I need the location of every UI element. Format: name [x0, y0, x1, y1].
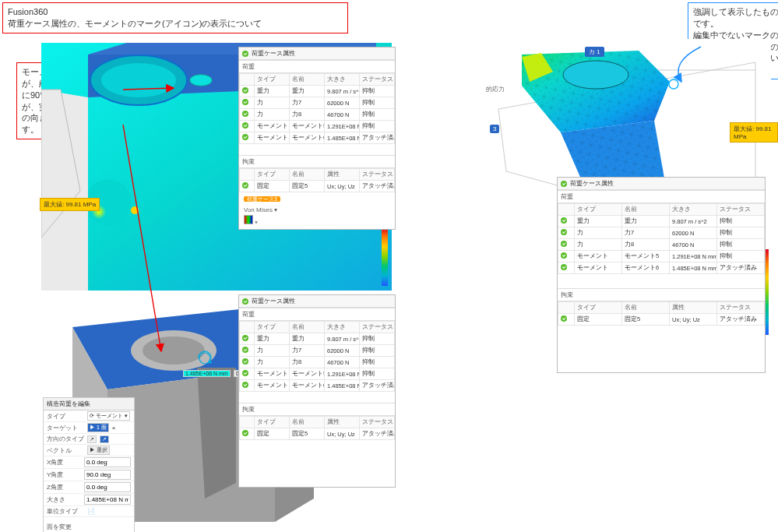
- svg-point-26: [563, 61, 628, 89]
- th-status[interactable]: ステータス: [360, 74, 395, 86]
- th[interactable]: 属性: [325, 169, 360, 181]
- th[interactable]: ステータス: [717, 302, 765, 314]
- close-icon[interactable]: ×: [112, 425, 116, 432]
- constraints-table-top: タイプ名前属性ステータス 固定固定5Ux; Uy; Uzアタッチ済み: [239, 168, 395, 192]
- th[interactable]: 名前: [622, 204, 670, 216]
- target-chip[interactable]: ▶ 1 面: [87, 423, 109, 432]
- ok-icon: [242, 298, 248, 305]
- sidebar-stress-label: 的応力: [486, 85, 505, 93]
- th[interactable]: ステータス: [360, 417, 395, 428]
- ok-icon: [242, 347, 248, 353]
- svg-point-5: [190, 75, 212, 86]
- ok-icon: [561, 217, 567, 224]
- table-row[interactable]: モーメントモーメント51.291E+08 N mm抑制: [240, 368, 395, 380]
- table-row[interactable]: 力力762000 N抑制: [240, 345, 395, 357]
- section-load: 荷重: [558, 190, 765, 203]
- color-scale-left: [382, 227, 388, 286]
- ok-icon: [561, 252, 567, 259]
- svg-point-4: [101, 63, 176, 97]
- ok-icon: [242, 111, 248, 117]
- magnitude-input[interactable]: [84, 495, 131, 505]
- section-constraint: 拘束: [558, 288, 765, 301]
- dir-btn-1[interactable]: ↗: [87, 435, 97, 443]
- ok-icon: [561, 264, 567, 270]
- table-row[interactable]: 力力846700 N抑制: [558, 239, 765, 251]
- magnitude-label: 大きさ: [47, 495, 81, 504]
- palette-swatch[interactable]: [244, 215, 253, 224]
- table-row[interactable]: 重力重力9.807 m / s^2抑制: [240, 86, 395, 97]
- table-row[interactable]: 重力重力9.807 m / s^2抑制: [558, 216, 765, 227]
- th-name[interactable]: 名前: [290, 74, 325, 86]
- table-row[interactable]: 力力762000 N抑制: [558, 227, 765, 239]
- th-type[interactable]: タイプ: [255, 74, 290, 86]
- doc-title-box: Fusion360 荷重ケース属性の、モーメントのマーク(アイコン)の表示につい…: [2, 2, 348, 33]
- th[interactable]: 属性: [325, 417, 360, 428]
- table-row[interactable]: モーメントモーメント61.485E+08 N mmアタッチ済み: [240, 132, 395, 144]
- ok-icon: [242, 99, 248, 105]
- ok-icon: [561, 229, 567, 235]
- th[interactable]: ステータス: [360, 322, 395, 333]
- th[interactable]: 属性: [670, 302, 717, 314]
- th[interactable]: タイプ: [255, 417, 290, 428]
- ok-icon: [242, 382, 248, 388]
- table-row[interactable]: 固定固定5Ux; Uy; Uzアタッチ済み: [558, 314, 765, 326]
- table-row[interactable]: 力力846700 N抑制: [240, 109, 395, 121]
- angle-label: Z角度: [47, 483, 81, 491]
- ok-icon: [561, 241, 567, 247]
- th[interactable]: ステータス: [360, 169, 395, 181]
- table-row[interactable]: 力力762000 N抑制: [240, 97, 395, 109]
- th[interactable]: 大きさ: [325, 322, 360, 333]
- th[interactable]: 名前: [290, 169, 325, 181]
- angle-input[interactable]: [84, 470, 131, 480]
- th[interactable]: タイプ: [255, 169, 290, 181]
- loadcase-pill[interactable]: 荷重ケース3: [244, 196, 280, 202]
- table-row[interactable]: モーメントモーメント61.485E+08 N mmアタッチ済み: [240, 380, 395, 392]
- sidebar-chip-3[interactable]: 3: [490, 125, 499, 133]
- ribbon-item[interactable]: カ 1: [585, 47, 604, 57]
- section-constraint: 拘束: [239, 403, 395, 416]
- svg-point-15: [143, 336, 205, 365]
- table-row[interactable]: 力力846700 N抑制: [240, 357, 395, 368]
- doc-title-l2: 荷重ケース属性の、モーメントのマーク(アイコン)の表示について: [8, 18, 343, 30]
- chevron-down-icon[interactable]: ▾: [255, 219, 258, 226]
- property-panel-mid: 荷重ケース属性 荷重 タイプ名前大きさステータス重力重力9.807 m / s^…: [238, 294, 396, 488]
- th[interactable]: ステータス: [717, 204, 765, 216]
- th[interactable]: タイプ: [255, 322, 290, 333]
- ok-icon: [242, 122, 248, 129]
- doc-title-l1: Fusion360: [8, 6, 343, 18]
- angle-label: X角度: [47, 458, 81, 467]
- table-row[interactable]: モーメントモーメント61.485E+08 N mmアタッチ済み: [558, 262, 765, 274]
- angle-input[interactable]: [84, 482, 131, 492]
- panel-title-text: 荷重ケース属性: [252, 297, 295, 305]
- th[interactable]: 名前: [622, 302, 670, 314]
- th[interactable]: 名前: [290, 322, 325, 333]
- vector-select[interactable]: ▶ 選択: [87, 446, 110, 455]
- ok-icon: [242, 51, 248, 57]
- th[interactable]: 名前: [290, 417, 325, 428]
- section-constraint: 拘束: [239, 155, 395, 168]
- table-row[interactable]: 固定固定5Ux; Uy; Uzアタッチ済み: [240, 428, 395, 440]
- angle-input[interactable]: [84, 457, 131, 467]
- section-load: 荷重: [239, 308, 395, 321]
- svg-point-9: [131, 206, 139, 214]
- ok-icon: [242, 182, 248, 188]
- type-select[interactable]: ⟳ モーメント ▾: [87, 411, 130, 421]
- dir-btn-2[interactable]: ↗: [100, 435, 109, 443]
- edit-title: 構造荷重を編集: [44, 398, 134, 410]
- table-row[interactable]: モーメントモーメント51.291E+08 N mm抑制: [558, 251, 765, 262]
- chevron-down-icon[interactable]: ▾: [274, 206, 277, 213]
- table-row[interactable]: 重力重力9.807 m / s^2抑制: [240, 333, 395, 345]
- th[interactable]: タイプ: [575, 302, 622, 314]
- table-row[interactable]: モーメントモーメント51.291E+08 N mm抑制: [240, 121, 395, 132]
- overlay-val: 1.485E+08 N mm: [183, 370, 231, 377]
- max-badge-left: 最大値: 99.81 MPa: [40, 198, 100, 211]
- ok-icon: [242, 358, 248, 365]
- th-mag[interactable]: 大きさ: [325, 74, 360, 86]
- doc-icon[interactable]: 📄: [87, 508, 95, 515]
- max-badge-right: 最大値: 99.81 MPa: [730, 122, 778, 143]
- th[interactable]: 大きさ: [670, 204, 717, 216]
- th[interactable]: タイプ: [575, 204, 622, 216]
- fea-view-right: [475, 39, 771, 199]
- table-row[interactable]: 固定固定5Ux; Uy; Uzアタッチ済み: [240, 181, 395, 192]
- panel-title-text: 荷重ケース属性: [252, 49, 295, 58]
